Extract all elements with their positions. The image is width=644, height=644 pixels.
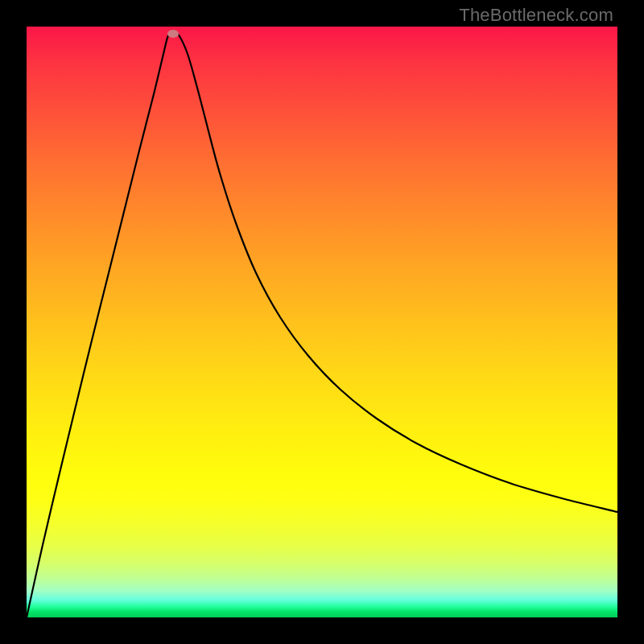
bottleneck-curve [27,27,617,617]
watermark-text: TheBottleneck.com [459,5,613,26]
plot-area [27,27,617,617]
chart-frame: TheBottleneck.com [0,0,644,644]
min-marker-dot [167,30,179,38]
